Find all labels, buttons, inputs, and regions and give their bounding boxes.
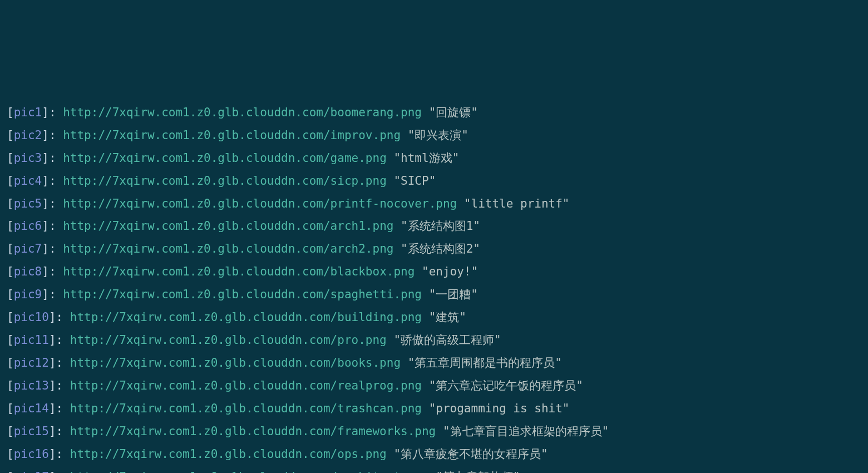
- reference-title: "enjoy!": [422, 265, 478, 278]
- close-bracket: ]: [49, 333, 56, 347]
- reference-label: pic7: [14, 242, 42, 255]
- reference-label: pic11: [14, 333, 49, 347]
- open-bracket: [: [7, 470, 14, 473]
- open-bracket: [: [7, 402, 14, 415]
- open-bracket: [: [7, 265, 14, 278]
- colon-separator: :: [56, 402, 70, 415]
- colon-separator: :: [49, 174, 63, 188]
- reference-url: http://7xqirw.com1.z0.glb.clouddn.com/bl…: [63, 265, 415, 278]
- reference-title: "第六章忘记吃午饭的程序员": [429, 379, 583, 392]
- reference-url: http://7xqirw.com1.z0.glb.clouddn.com/si…: [63, 174, 387, 188]
- open-bracket: [: [7, 151, 14, 165]
- colon-separator: :: [49, 129, 63, 142]
- reference-url: http://7xqirw.com1.z0.glb.clouddn.com/bo…: [63, 106, 422, 119]
- close-bracket: ]: [42, 129, 49, 142]
- reference-url: http://7xqirw.com1.z0.glb.clouddn.com/bu…: [70, 311, 422, 324]
- close-bracket: ]: [49, 356, 56, 369]
- open-bracket: [: [7, 174, 14, 188]
- code-line[interactable]: [pic16]: http://7xqirw.com1.z0.glb.cloud…: [7, 443, 861, 466]
- code-line[interactable]: [pic13]: http://7xqirw.com1.z0.glb.cloud…: [7, 375, 861, 397]
- close-bracket: ]: [49, 447, 56, 461]
- reference-title: "系统结构图2": [401, 242, 480, 255]
- reference-title: "系统结构图1": [401, 219, 480, 233]
- reference-title: "第九章架构师": [436, 470, 520, 473]
- reference-label: pic2: [14, 129, 42, 142]
- open-bracket: [: [7, 356, 14, 369]
- reference-label: pic1: [14, 106, 42, 119]
- reference-label: pic16: [14, 447, 49, 461]
- code-line[interactable]: [pic8]: http://7xqirw.com1.z0.glb.cloudd…: [7, 260, 861, 283]
- code-line[interactable]: [pic14]: http://7xqirw.com1.z0.glb.cloud…: [7, 397, 861, 420]
- open-bracket: [: [7, 311, 14, 324]
- code-line[interactable]: [pic1]: http://7xqirw.com1.z0.glb.cloudd…: [7, 101, 861, 124]
- code-line[interactable]: [pic5]: http://7xqirw.com1.z0.glb.cloudd…: [7, 193, 861, 215]
- colon-separator: :: [56, 447, 70, 461]
- colon-separator: :: [56, 425, 70, 438]
- close-bracket: ]: [42, 106, 49, 119]
- reference-label: pic10: [14, 311, 49, 324]
- reference-label: pic4: [14, 174, 42, 188]
- code-line[interactable]: [pic17]: http://7xqirw.com1.z0.glb.cloud…: [7, 466, 861, 473]
- reference-url: http://7xqirw.com1.z0.glb.clouddn.com/im…: [63, 129, 401, 142]
- colon-separator: :: [56, 470, 70, 473]
- code-line[interactable]: [pic7]: http://7xqirw.com1.z0.glb.cloudd…: [7, 238, 861, 260]
- close-bracket: ]: [49, 402, 56, 415]
- reference-label: pic8: [14, 265, 42, 278]
- code-line[interactable]: [pic10]: http://7xqirw.com1.z0.glb.cloud…: [7, 306, 861, 329]
- reference-title: "SICP": [393, 174, 436, 188]
- colon-separator: :: [56, 356, 70, 369]
- colon-separator: :: [49, 106, 63, 119]
- open-bracket: [: [7, 447, 14, 461]
- code-line[interactable]: [pic4]: http://7xqirw.com1.z0.glb.cloudd…: [7, 170, 861, 193]
- colon-separator: :: [56, 333, 70, 347]
- close-bracket: ]: [42, 242, 49, 255]
- close-bracket: ]: [42, 265, 49, 278]
- reference-url: http://7xqirw.com1.z0.glb.clouddn.com/bo…: [70, 356, 401, 369]
- reference-url: http://7xqirw.com1.z0.glb.clouddn.com/tr…: [70, 402, 422, 415]
- reference-url: http://7xqirw.com1.z0.glb.clouddn.com/ar…: [70, 470, 429, 473]
- code-line[interactable]: [pic6]: http://7xqirw.com1.z0.glb.cloudd…: [7, 215, 861, 238]
- reference-label: pic6: [14, 219, 42, 233]
- close-bracket: ]: [49, 425, 56, 438]
- reference-label: pic3: [14, 151, 42, 165]
- reference-url: http://7xqirw.com1.z0.glb.clouddn.com/ga…: [63, 151, 387, 165]
- close-bracket: ]: [42, 174, 49, 188]
- reference-title: "一团糟": [429, 288, 478, 301]
- reference-url: http://7xqirw.com1.z0.glb.clouddn.com/ar…: [63, 219, 393, 233]
- reference-title: "建筑": [429, 311, 466, 324]
- open-bracket: [: [7, 288, 14, 301]
- close-bracket: ]: [42, 288, 49, 301]
- reference-label: pic9: [14, 288, 42, 301]
- code-line[interactable]: [pic12]: http://7xqirw.com1.z0.glb.cloud…: [7, 352, 861, 375]
- close-bracket: ]: [42, 197, 49, 210]
- reference-title: "html游戏": [393, 151, 459, 165]
- close-bracket: ]: [42, 151, 49, 165]
- code-line[interactable]: [pic11]: http://7xqirw.com1.z0.glb.cloud…: [7, 329, 861, 352]
- code-line[interactable]: [pic9]: http://7xqirw.com1.z0.glb.cloudd…: [7, 283, 861, 306]
- reference-url: http://7xqirw.com1.z0.glb.clouddn.com/ar…: [63, 242, 393, 255]
- reference-url: http://7xqirw.com1.z0.glb.clouddn.com/re…: [70, 379, 422, 392]
- code-line[interactable]: [pic15]: http://7xqirw.com1.z0.glb.cloud…: [7, 420, 861, 443]
- open-bracket: [: [7, 129, 14, 142]
- reference-title: "骄傲的高级工程师": [393, 333, 501, 347]
- colon-separator: :: [49, 265, 63, 278]
- colon-separator: :: [56, 311, 70, 324]
- colon-separator: :: [49, 197, 63, 210]
- code-editor[interactable]: [pic1]: http://7xqirw.com1.z0.glb.cloudd…: [7, 101, 861, 473]
- reference-title: "第八章疲惫不堪的女程序员": [393, 447, 548, 461]
- reference-url: http://7xqirw.com1.z0.glb.clouddn.com/sp…: [63, 288, 422, 301]
- reference-label: pic12: [14, 356, 49, 369]
- open-bracket: [: [7, 219, 14, 233]
- reference-label: pic13: [14, 379, 49, 392]
- code-line[interactable]: [pic3]: http://7xqirw.com1.z0.glb.cloudd…: [7, 147, 861, 170]
- colon-separator: :: [56, 379, 70, 392]
- reference-title: "第七章盲目追求框架的程序员": [443, 425, 609, 438]
- reference-label: pic5: [14, 197, 42, 210]
- reference-url: http://7xqirw.com1.z0.glb.clouddn.com/pr…: [63, 197, 457, 210]
- colon-separator: :: [49, 288, 63, 301]
- code-line[interactable]: [pic2]: http://7xqirw.com1.z0.glb.cloudd…: [7, 124, 861, 147]
- close-bracket: ]: [49, 311, 56, 324]
- open-bracket: [: [7, 197, 14, 210]
- reference-label: pic14: [14, 402, 49, 415]
- reference-label: pic17: [14, 470, 49, 473]
